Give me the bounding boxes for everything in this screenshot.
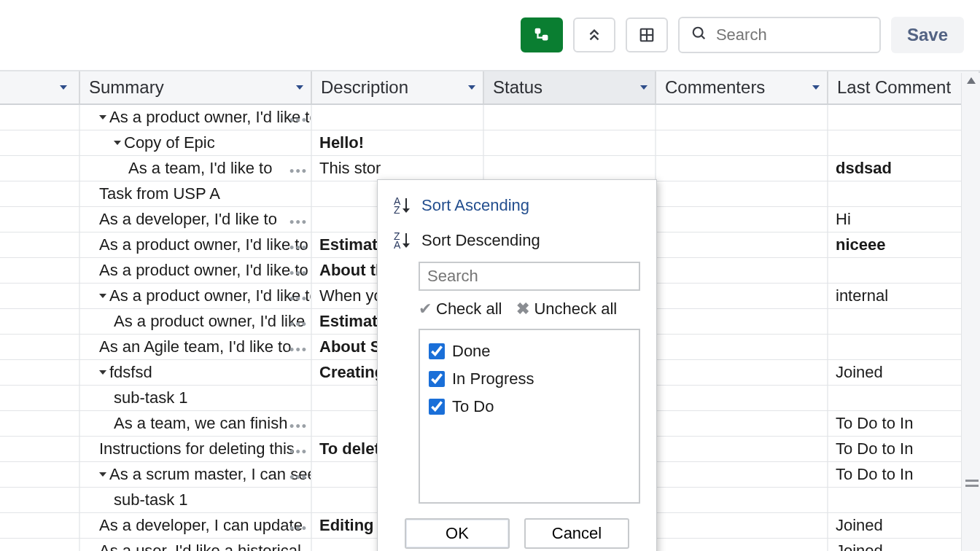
more-icon[interactable]: •••: [289, 419, 308, 434]
last-comment-cell[interactable]: dsdsad: [828, 156, 980, 181]
filter-checkbox[interactable]: [429, 343, 445, 359]
more-icon[interactable]: •••: [289, 266, 308, 281]
summary-cell[interactable]: As a product owner, I'd like to•••: [80, 284, 312, 308]
more-icon[interactable]: •••: [289, 164, 308, 179]
filter-checkbox[interactable]: [429, 371, 445, 387]
last-comment-cell[interactable]: internal: [828, 284, 980, 308]
summary-cell[interactable]: As a product owner, I'd like to•••: [80, 232, 312, 257]
vertical-scrollbar[interactable]: [961, 73, 980, 551]
commenters-cell[interactable]: [656, 232, 828, 257]
more-icon[interactable]: •••: [289, 317, 308, 332]
commenters-cell[interactable]: [656, 386, 828, 410]
filter-checkbox[interactable]: [429, 399, 445, 415]
col-status[interactable]: Status: [484, 71, 656, 103]
col-commenters[interactable]: Commenters: [656, 71, 828, 103]
summary-cell[interactable]: As a team, I'd like to•••: [80, 156, 312, 181]
dropdown-icon[interactable]: [57, 81, 70, 94]
more-icon[interactable]: •••: [289, 470, 308, 485]
description-cell[interactable]: This stor: [312, 156, 484, 181]
last-comment-cell[interactable]: [828, 258, 980, 283]
commenters-cell[interactable]: [656, 488, 828, 512]
commenters-cell[interactable]: [656, 411, 828, 436]
summary-cell[interactable]: As a product owner, I'd like to•••: [80, 105, 312, 130]
description-cell[interactable]: [312, 105, 484, 130]
summary-cell[interactable]: As a user, I'd like a historical•••: [80, 539, 312, 551]
commenters-cell[interactable]: [656, 437, 828, 461]
collapse-all-button[interactable]: [573, 17, 615, 52]
grid-view-button[interactable]: [626, 17, 668, 52]
col-last-comment[interactable]: Last Comment: [828, 71, 980, 103]
summary-cell[interactable]: fdsfsd: [80, 360, 312, 385]
table-row[interactable]: As a product owner, I'd like to•••: [0, 105, 980, 130]
more-icon[interactable]: •••: [289, 445, 308, 460]
commenters-cell[interactable]: [656, 539, 828, 551]
more-icon[interactable]: •••: [289, 113, 308, 128]
col-description[interactable]: Description: [312, 71, 484, 103]
col-expander[interactable]: [0, 71, 80, 103]
filter-option[interactable]: In Progress: [429, 365, 630, 393]
more-icon[interactable]: •••: [289, 215, 308, 230]
summary-cell[interactable]: sub-task 1: [80, 386, 312, 410]
last-comment-cell[interactable]: To Do to In: [828, 462, 980, 487]
summary-cell[interactable]: sub-task 1: [80, 488, 312, 512]
tree-view-button[interactable]: [521, 17, 563, 52]
last-comment-cell[interactable]: To Do to In: [828, 411, 980, 436]
cancel-button[interactable]: Cancel: [524, 518, 629, 549]
summary-cell[interactable]: Instructions for deleting this•••: [80, 437, 312, 461]
more-icon[interactable]: •••: [289, 343, 308, 358]
caret-down-icon[interactable]: [99, 294, 106, 298]
commenters-cell[interactable]: [656, 181, 828, 206]
scroll-up-icon[interactable]: [967, 77, 976, 84]
dropdown-icon[interactable]: [637, 81, 650, 94]
filter-option[interactable]: To Do: [429, 393, 630, 421]
last-comment-cell[interactable]: [828, 335, 980, 359]
more-icon[interactable]: •••: [289, 521, 308, 536]
more-icon[interactable]: •••: [289, 292, 308, 307]
last-comment-cell[interactable]: Joined: [828, 513, 980, 538]
commenters-cell[interactable]: [656, 462, 828, 487]
summary-cell[interactable]: As an Agile team, I'd like to•••: [80, 335, 312, 359]
dropdown-icon[interactable]: [465, 81, 478, 94]
search-box[interactable]: [678, 17, 881, 53]
last-comment-cell[interactable]: niceee: [828, 232, 980, 257]
last-comment-cell[interactable]: Joined: [828, 539, 980, 551]
dropdown-icon[interactable]: [809, 81, 822, 94]
caret-down-icon[interactable]: [114, 141, 121, 145]
col-summary[interactable]: Summary: [80, 71, 312, 103]
check-all[interactable]: ✔ Check all: [419, 300, 502, 319]
last-comment-cell[interactable]: Hi: [828, 207, 980, 232]
more-icon[interactable]: •••: [289, 241, 308, 256]
last-comment-cell[interactable]: [828, 130, 980, 155]
summary-cell[interactable]: As a scrum master, I can see•••: [80, 462, 312, 487]
summary-cell[interactable]: As a product owner, I'd like to•••: [80, 258, 312, 283]
commenters-cell[interactable]: [656, 105, 828, 130]
uncheck-all[interactable]: ✖ Uncheck all: [516, 300, 617, 319]
caret-down-icon[interactable]: [99, 370, 106, 375]
status-cell[interactable]: [484, 105, 656, 130]
status-cell[interactable]: [484, 156, 656, 181]
sort-descending[interactable]: ZA Sort Descending: [391, 225, 643, 260]
summary-cell[interactable]: As a product owner, I'd like•••: [80, 309, 312, 334]
sort-ascending[interactable]: AZ Sort Ascending: [391, 190, 643, 225]
commenters-cell[interactable]: [656, 513, 828, 538]
last-comment-cell[interactable]: To Do to In: [828, 437, 980, 461]
search-input[interactable]: [716, 26, 868, 44]
commenters-cell[interactable]: [656, 258, 828, 283]
filter-search-input[interactable]: [419, 262, 640, 291]
scroll-thumb[interactable]: [965, 480, 979, 490]
commenters-cell[interactable]: [656, 207, 828, 232]
filter-option[interactable]: Done: [429, 337, 630, 365]
table-row[interactable]: As a team, I'd like to•••This stordsdsad: [0, 156, 980, 181]
summary-cell[interactable]: As a developer, I can update•••: [80, 513, 312, 538]
caret-down-icon[interactable]: [99, 472, 106, 477]
ok-button[interactable]: OK: [405, 518, 510, 549]
commenters-cell[interactable]: [656, 130, 828, 155]
commenters-cell[interactable]: [656, 309, 828, 334]
table-row[interactable]: Copy of EpicHello!: [0, 130, 980, 156]
more-icon[interactable]: •••: [289, 547, 308, 551]
summary-cell[interactable]: Copy of Epic: [80, 130, 312, 155]
summary-cell[interactable]: As a team, we can finish•••: [80, 411, 312, 436]
summary-cell[interactable]: Task from USP A: [80, 181, 312, 206]
description-cell[interactable]: Hello!: [312, 130, 484, 155]
dropdown-icon[interactable]: [293, 81, 306, 94]
